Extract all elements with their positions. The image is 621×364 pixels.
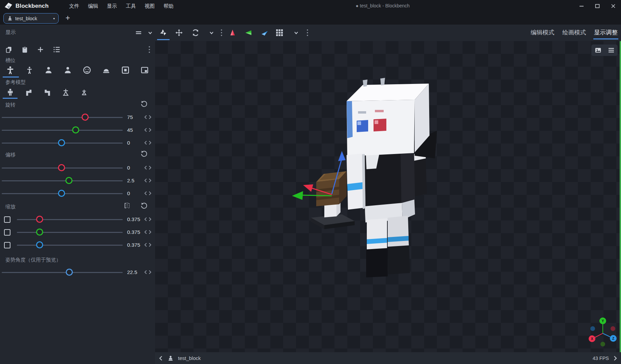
view-orientation-gizmo[interactable]: Y X Z: [587, 316, 619, 348]
prev-model-chevron[interactable]: [158, 356, 163, 361]
ref-armor-stand[interactable]: [58, 86, 73, 98]
slider-track[interactable]: [2, 117, 123, 118]
mode-paint[interactable]: 绘画模式: [562, 26, 587, 39]
slider-knob-z[interactable]: [36, 241, 43, 248]
slider-track[interactable]: [17, 219, 123, 220]
add-icon[interactable]: [34, 43, 47, 56]
slider-value[interactable]: 0.375: [127, 242, 144, 248]
tab-test-block[interactable]: test_block ●: [3, 13, 59, 24]
slider-track[interactable]: [17, 232, 123, 233]
translation-reset-icon[interactable]: [139, 149, 149, 158]
slot-item-frame[interactable]: [117, 63, 134, 77]
ref-player[interactable]: [2, 86, 18, 98]
slider-value[interactable]: 0.375: [127, 229, 144, 235]
background-image-icon[interactable]: [591, 44, 604, 56]
slider-track[interactable]: [2, 272, 123, 273]
close-button[interactable]: [605, 0, 621, 12]
slider-knob-y[interactable]: [72, 126, 79, 133]
mirror-y-cone-icon[interactable]: [243, 27, 254, 38]
slot-first-person-right-hand[interactable]: [40, 63, 57, 77]
scale-mirror-icon[interactable]: [122, 201, 132, 210]
rotate-tool-button[interactable]: [190, 27, 201, 38]
chevron-down-icon[interactable]: [207, 27, 216, 38]
value-stepper[interactable]: [144, 178, 151, 183]
slider-knob-y[interactable]: [36, 229, 43, 236]
3d-viewport[interactable]: Y X Z: [155, 41, 621, 352]
viewport-menu-icon[interactable]: [604, 44, 618, 56]
minimize-button[interactable]: [573, 0, 589, 12]
slider-track[interactable]: [2, 130, 123, 131]
slider-row-rotation-y: 45: [0, 124, 155, 137]
slot-third-person-left-hand[interactable]: [21, 63, 38, 77]
paste-icon[interactable]: [18, 43, 31, 56]
slider-track[interactable]: [2, 143, 123, 144]
slider-knob-z[interactable]: [58, 190, 65, 197]
ref-zombie-right-arm[interactable]: [21, 86, 36, 98]
slot-gui[interactable]: [136, 63, 153, 77]
value-stepper[interactable]: [144, 115, 151, 119]
transform-tool-button[interactable]: [157, 27, 169, 38]
value-stepper[interactable]: [144, 243, 151, 247]
slider-track[interactable]: [2, 180, 123, 181]
slider-track[interactable]: [17, 245, 123, 246]
value-stepper[interactable]: [144, 128, 151, 132]
mirror-x-cone-icon[interactable]: [227, 27, 238, 38]
overflow-menu-icon[interactable]: [145, 43, 154, 56]
value-stepper[interactable]: [144, 191, 151, 195]
next-chevron[interactable]: [613, 356, 618, 361]
slot-third-person-right-hand[interactable]: [2, 63, 19, 77]
chevron-down-icon[interactable]: [292, 27, 300, 38]
overflow-menu-icon[interactable]: [304, 27, 311, 38]
slot-head[interactable]: [79, 63, 95, 77]
value-stepper[interactable]: [144, 141, 151, 145]
rotation-reset-icon[interactable]: [139, 99, 149, 109]
value-stepper[interactable]: [144, 270, 151, 274]
slider-knob-y[interactable]: [65, 177, 72, 184]
ref-armor-stand-small[interactable]: [76, 86, 92, 98]
chevron-down-icon[interactable]: [146, 27, 154, 38]
menu-edit[interactable]: 编辑: [84, 0, 102, 12]
ref-zombie-left-arm[interactable]: [39, 86, 55, 98]
slider-value[interactable]: 0: [127, 190, 144, 196]
scale-reset-icon[interactable]: [139, 201, 149, 210]
grid-icon[interactable]: [274, 27, 285, 38]
slider-value[interactable]: 75: [127, 114, 144, 120]
slider-track[interactable]: [2, 168, 123, 169]
slider-value[interactable]: 0: [127, 140, 144, 146]
value-stepper[interactable]: [144, 165, 151, 170]
slot-ground[interactable]: [98, 63, 115, 77]
slider-value[interactable]: 45: [127, 127, 144, 133]
move-tool-button[interactable]: [173, 27, 185, 38]
menu-file[interactable]: 文件: [65, 0, 84, 12]
mode-edit[interactable]: 编辑模式: [530, 26, 555, 39]
slider-track[interactable]: [2, 193, 123, 194]
mirror-z-cone-icon[interactable]: [259, 27, 270, 38]
mode-display[interactable]: 显示调整: [593, 26, 618, 39]
scale-axis-checkbox-x[interactable]: [4, 216, 10, 223]
drag-handle-icon[interactable]: [133, 27, 144, 38]
slider-knob-accent[interactable]: [66, 269, 73, 276]
scale-axis-checkbox-z[interactable]: [4, 242, 10, 248]
slider-knob-x[interactable]: [36, 216, 43, 223]
slot-first-person-left-hand[interactable]: [59, 63, 76, 77]
value-stepper[interactable]: [144, 217, 151, 221]
value-stepper[interactable]: [144, 230, 151, 234]
slider-value[interactable]: 2.5: [127, 178, 144, 184]
copy-icon[interactable]: [2, 43, 16, 56]
maximize-button[interactable]: [589, 0, 605, 12]
menu-tools[interactable]: 工具: [121, 0, 140, 12]
menu-help[interactable]: 帮助: [159, 0, 178, 12]
slider-value[interactable]: 0.375: [127, 216, 144, 222]
slider-knob-x[interactable]: [82, 114, 89, 121]
slider-value[interactable]: 22.5: [127, 269, 144, 275]
slider-knob-z[interactable]: [58, 139, 65, 146]
slider-row-scale-x: 0.375: [0, 213, 155, 226]
slider-knob-x[interactable]: [58, 164, 65, 171]
menu-viewport[interactable]: 视图: [140, 0, 159, 12]
menu-view[interactable]: 显示: [102, 0, 121, 12]
new-tab-button[interactable]: +: [62, 12, 73, 24]
scale-axis-checkbox-y[interactable]: [4, 229, 10, 236]
overflow-menu-icon[interactable]: [218, 27, 225, 38]
list-icon[interactable]: [50, 43, 63, 56]
slider-value[interactable]: 0: [127, 165, 144, 171]
